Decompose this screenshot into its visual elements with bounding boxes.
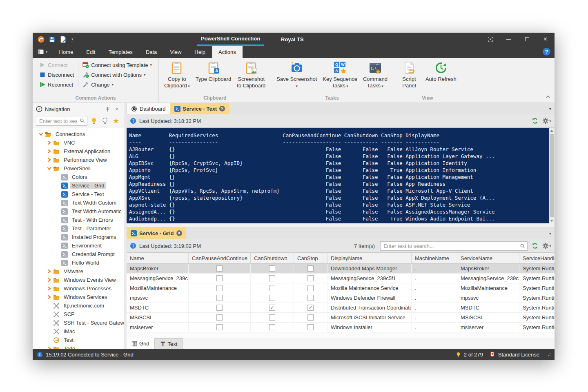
chevron-right-icon[interactable] bbox=[47, 346, 52, 349]
nav-item-scp[interactable]: SCP bbox=[33, 310, 124, 318]
nav-item-service-text[interactable]: Service - Text bbox=[33, 190, 124, 198]
grid-search-input[interactable] bbox=[380, 241, 528, 251]
refresh-button[interactable] bbox=[530, 116, 539, 125]
document-tab[interactable]: PowerShell Connection bbox=[197, 33, 264, 46]
nav-item-ftp-netmonic-com[interactable]: ftp.netmonic.com bbox=[33, 301, 124, 310]
ribbon-button-copy-to-clipboard[interactable]: Copy toClipboard ▾ bbox=[161, 60, 193, 90]
nav-item-service-grid[interactable]: Service - Grid bbox=[33, 181, 124, 190]
checkbox[interactable] bbox=[307, 324, 314, 330]
nav-item-imac[interactable]: iMac bbox=[33, 327, 124, 336]
checkbox[interactable] bbox=[307, 285, 314, 291]
powershell-output[interactable]: Name RequiredServices CanPauseAndContinu… bbox=[127, 128, 555, 223]
tab-close-icon[interactable]: × bbox=[219, 106, 225, 111]
grid-column-header-machinename[interactable]: MachineName bbox=[412, 253, 457, 264]
menu-tab-help[interactable]: Help bbox=[188, 46, 212, 58]
grid-cell-checkbox[interactable] bbox=[251, 264, 294, 274]
nav-item-vmware[interactable]: VMware bbox=[33, 267, 124, 276]
tab-service-grid[interactable]: Service - Grid× bbox=[127, 227, 186, 239]
pane-splitter[interactable] bbox=[127, 223, 555, 227]
tab-close-icon[interactable]: × bbox=[176, 230, 182, 236]
chevron-down-icon[interactable] bbox=[38, 131, 44, 137]
nav-item-text-width-automatic[interactable]: Text Width Automatic bbox=[33, 207, 124, 216]
grid-column-header-servicehandle[interactable]: ServiceHandle bbox=[519, 253, 555, 264]
ribbon-button-key-sequence-tasks[interactable]: QWAKey SequenceTasks ▾ bbox=[320, 60, 360, 90]
nav-item-windows-events-view[interactable]: Windows Events View bbox=[33, 276, 124, 284]
checkbox[interactable] bbox=[307, 314, 314, 321]
ribbon-button-disconnect[interactable]: Disconnect bbox=[37, 70, 76, 79]
minimize-button[interactable] bbox=[499, 33, 518, 46]
terminal-scrollbar[interactable] bbox=[549, 128, 555, 223]
resize-grip[interactable] bbox=[548, 353, 550, 356]
checkbox[interactable] bbox=[269, 295, 275, 301]
bulb-outline-button[interactable] bbox=[100, 116, 109, 126]
grid-cell-checkbox[interactable] bbox=[294, 264, 327, 274]
quick-access-dropdown[interactable]: ▾ bbox=[71, 37, 74, 41]
ribbon-button-command-tasks[interactable]: C:\CommandTasks ▾ bbox=[360, 60, 390, 90]
grid-cell-checkbox[interactable] bbox=[294, 283, 327, 293]
nav-item-ssh-test-secure-gateway[interactable]: SSH Test - Secure Gateway bbox=[33, 318, 124, 327]
grid-cell-checkbox[interactable] bbox=[189, 264, 251, 274]
nav-item-credential-prompt[interactable]: Credential Prompt bbox=[33, 250, 124, 258]
grid-column-header-displayname[interactable]: DisplayName bbox=[327, 253, 412, 264]
grid-cell-checkbox[interactable] bbox=[294, 313, 327, 323]
bulb-filled-button[interactable] bbox=[89, 116, 98, 126]
chevron-right-icon[interactable] bbox=[47, 157, 52, 163]
nav-item-test-parameter[interactable]: Test - Parameter bbox=[33, 224, 124, 233]
checkbox[interactable] bbox=[216, 285, 223, 291]
nav-item-hello-world[interactable]: Hello World bbox=[33, 258, 124, 267]
menu-tab-actions[interactable]: Actions bbox=[212, 46, 243, 58]
ribbon-button-save-screenshot[interactable]: Save Screenshot▾ bbox=[274, 60, 320, 90]
favorites-button[interactable]: ★ bbox=[111, 116, 120, 126]
ribbon-button-screenshot-to-clipboard[interactable]: Screenshotto Clipboard bbox=[234, 60, 268, 90]
nav-item-windows-services[interactable]: Windows Services bbox=[33, 293, 124, 301]
ribbon-button-auto-refresh[interactable]: Auto Refresh bbox=[423, 60, 459, 83]
checkbox[interactable] bbox=[269, 324, 275, 330]
close-panel-icon[interactable]: × bbox=[113, 105, 120, 113]
ribbon-button-script-panel[interactable]: ScriptPanel bbox=[396, 60, 423, 90]
tab-service-text[interactable]: Service - Text× bbox=[170, 103, 229, 114]
checkbox[interactable] bbox=[269, 285, 275, 291]
checkbox[interactable] bbox=[269, 275, 275, 281]
checkbox-checked[interactable]: ✓ bbox=[307, 305, 314, 311]
grid-cell-checkbox[interactable] bbox=[189, 323, 251, 332]
maximize-button[interactable] bbox=[518, 33, 536, 46]
pin-icon[interactable] bbox=[105, 106, 111, 112]
ribbon-button-connect-using-template[interactable]: Connect using Template▾ bbox=[80, 60, 154, 69]
close-button[interactable]: × bbox=[536, 33, 555, 46]
tab-dashboard[interactable]: Dashboard bbox=[127, 103, 170, 114]
new-document-icon[interactable] bbox=[60, 36, 67, 43]
application-menu-button[interactable]: ▾ bbox=[33, 46, 53, 58]
grid-cell-checkbox[interactable] bbox=[251, 283, 294, 293]
checkbox[interactable] bbox=[216, 305, 223, 311]
grid-column-header-canshutdown[interactable]: CanShutdown bbox=[251, 253, 294, 264]
ribbon-button-connect-with-options[interactable]: Connect with Options▾ bbox=[80, 70, 154, 79]
chevron-right-icon[interactable] bbox=[47, 286, 52, 291]
settings-button[interactable]: ▾ bbox=[542, 241, 551, 250]
checkbox[interactable] bbox=[307, 265, 314, 272]
ribbon-button-reconnect[interactable]: Reconnect bbox=[37, 80, 76, 89]
nav-item-installed-programs[interactable]: Installed Programs bbox=[33, 233, 124, 241]
nav-item-performance-view[interactable]: Performance View bbox=[33, 156, 124, 164]
nav-item-test-with-errors[interactable]: Test - With Errors bbox=[33, 216, 124, 224]
grid-column-header-servicename[interactable]: ServiceName bbox=[457, 253, 519, 264]
chevron-right-icon[interactable] bbox=[47, 140, 52, 145]
grid-cell-checkbox[interactable] bbox=[189, 313, 251, 323]
menu-tab-edit[interactable]: Edit bbox=[80, 46, 102, 58]
scroll-down-icon[interactable] bbox=[549, 218, 555, 223]
grid-cell-checkbox[interactable]: ✓ bbox=[294, 303, 327, 313]
grid-cell-checkbox[interactable] bbox=[294, 323, 327, 332]
settings-button[interactable]: ▾ bbox=[542, 116, 551, 125]
checkbox[interactable] bbox=[216, 265, 223, 272]
save-icon[interactable] bbox=[49, 36, 56, 43]
grid-column-header-canstop[interactable]: CanStop bbox=[294, 253, 327, 264]
grid-cell-checkbox[interactable]: ✓ bbox=[251, 303, 294, 313]
scroll-up-icon[interactable] bbox=[549, 128, 555, 134]
checkbox[interactable] bbox=[216, 314, 223, 321]
grid-column-header-canpauseandcontinue[interactable]: CanPauseAndContinue bbox=[189, 253, 251, 264]
refresh-button[interactable] bbox=[530, 241, 539, 250]
nav-item-windows-processes[interactable]: Windows Processes bbox=[33, 284, 124, 293]
ribbon-collapse-button[interactable] bbox=[545, 94, 551, 100]
view-button-grid[interactable]: Grid bbox=[127, 338, 155, 349]
chevron-right-icon[interactable] bbox=[47, 277, 52, 283]
nav-item-external-application[interactable]: External Application bbox=[33, 147, 124, 156]
